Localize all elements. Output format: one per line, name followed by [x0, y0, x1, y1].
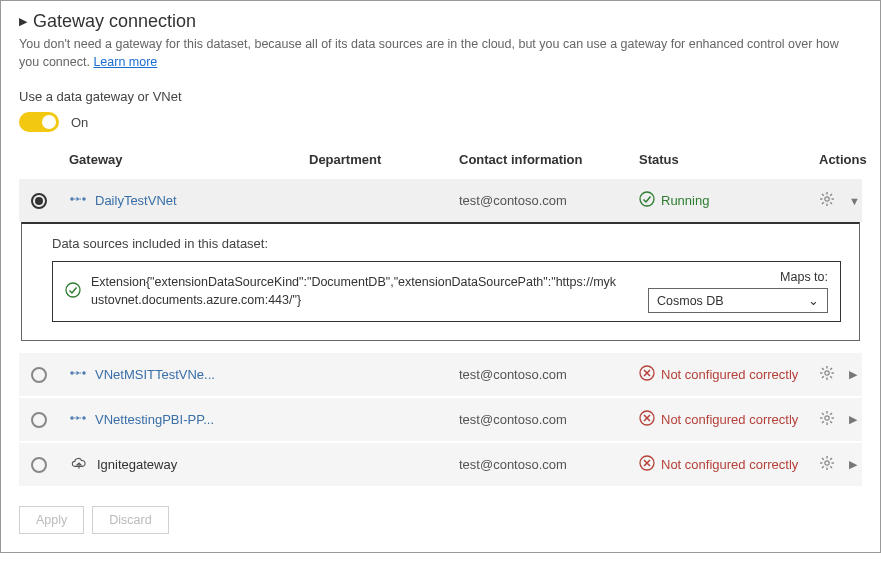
svg-point-3: [825, 197, 829, 201]
svg-line-45: [822, 466, 824, 468]
svg-point-25: [71, 417, 73, 419]
gateway-name[interactable]: DailyTestVNet: [95, 193, 177, 208]
gateway-name[interactable]: VNettestingPBI-PP...: [95, 412, 214, 427]
vnet-icon: [69, 366, 87, 383]
svg-point-2: [640, 192, 654, 206]
settings-icon[interactable]: [819, 455, 835, 474]
cloud-gateway-icon: [69, 455, 89, 474]
svg-line-21: [822, 368, 824, 370]
datasource-panel: Data sources included in this dataset: E…: [21, 222, 860, 341]
svg-line-44: [830, 466, 832, 468]
gateway-toggle-label: Use a data gateway or VNet: [19, 89, 862, 104]
gateway-contact: test@contoso.com: [459, 457, 639, 472]
apply-button[interactable]: Apply: [19, 506, 84, 534]
chevron-down-icon: ⌄: [808, 293, 819, 308]
maps-to-dropdown[interactable]: Cosmos DB ⌄: [648, 288, 828, 313]
radio-select-gateway[interactable]: [31, 457, 47, 473]
status-error-icon: [639, 455, 655, 474]
col-header-gateway: Gateway: [69, 152, 309, 167]
gateway-contact: test@contoso.com: [459, 193, 639, 208]
gateway-name[interactable]: VNetMSITTestVNe...: [95, 367, 215, 382]
radio-select-gateway[interactable]: [31, 412, 47, 428]
svg-line-24: [830, 368, 832, 370]
status-text: Not configured correctly: [661, 457, 798, 472]
gateway-row[interactable]: Ignitegateway test@contoso.com Not confi…: [19, 443, 862, 486]
svg-point-26: [83, 417, 85, 419]
svg-line-34: [830, 421, 832, 423]
radio-select-gateway[interactable]: [31, 193, 47, 209]
settings-icon[interactable]: [819, 365, 835, 384]
svg-point-0: [71, 198, 73, 200]
svg-line-23: [822, 376, 824, 378]
gateway-name[interactable]: Ignitegateway: [97, 457, 177, 472]
svg-line-35: [822, 421, 824, 423]
svg-point-14: [83, 372, 85, 374]
status-running-icon: [639, 191, 655, 210]
status-text: Not configured correctly: [661, 367, 798, 382]
svg-point-1: [83, 198, 85, 200]
collapse-caret-icon[interactable]: ▶: [19, 15, 27, 28]
col-header-actions: Actions: [819, 152, 873, 167]
gateway-row[interactable]: VNetMSITTestVNe... test@contoso.com Not …: [19, 353, 862, 396]
svg-line-33: [822, 413, 824, 415]
col-header-status: Status: [639, 152, 819, 167]
svg-point-12: [66, 283, 80, 297]
discard-button[interactable]: Discard: [92, 506, 168, 534]
svg-point-38: [825, 461, 829, 465]
radio-select-gateway[interactable]: [31, 367, 47, 383]
collapse-row-icon[interactable]: ▼: [849, 195, 860, 207]
svg-point-13: [71, 372, 73, 374]
description-text: You don't need a gateway for this datase…: [19, 36, 862, 71]
toggle-state-label: On: [71, 115, 88, 130]
svg-line-9: [830, 202, 832, 204]
svg-line-43: [822, 458, 824, 460]
vnet-icon: [69, 192, 87, 209]
svg-line-11: [830, 194, 832, 196]
status-error-icon: [639, 365, 655, 384]
gateway-contact: test@contoso.com: [459, 412, 639, 427]
datasource-ok-icon: [65, 282, 81, 302]
svg-line-10: [822, 202, 824, 204]
gateway-contact: test@contoso.com: [459, 367, 639, 382]
gateway-row[interactable]: DailyTestVNet test@contoso.com Running ▼: [19, 179, 862, 222]
vnet-icon: [69, 411, 87, 428]
expand-row-icon[interactable]: ▶: [849, 368, 857, 381]
datasource-header: Data sources included in this dataset:: [52, 236, 841, 251]
svg-point-16: [825, 371, 829, 375]
svg-line-46: [830, 458, 832, 460]
settings-icon[interactable]: [819, 191, 835, 210]
gateway-toggle[interactable]: [19, 112, 59, 132]
status-text: Running: [661, 193, 709, 208]
svg-line-8: [822, 194, 824, 196]
maps-to-label: Maps to:: [780, 270, 828, 284]
settings-icon[interactable]: [819, 410, 835, 429]
expand-row-icon[interactable]: ▶: [849, 458, 857, 471]
col-header-contact: Contact information: [459, 152, 639, 167]
status-text: Not configured correctly: [661, 412, 798, 427]
gateway-row[interactable]: VNettestingPBI-PP... test@contoso.com No…: [19, 398, 862, 441]
learn-more-link[interactable]: Learn more: [93, 55, 157, 69]
page-title: Gateway connection: [33, 11, 196, 32]
svg-line-36: [830, 413, 832, 415]
svg-point-28: [825, 416, 829, 420]
datasource-text: Extension{"extensionDataSourceKind":"Doc…: [91, 274, 618, 309]
svg-line-22: [830, 376, 832, 378]
col-header-department: Department: [309, 152, 459, 167]
expand-row-icon[interactable]: ▶: [849, 413, 857, 426]
status-error-icon: [639, 410, 655, 429]
